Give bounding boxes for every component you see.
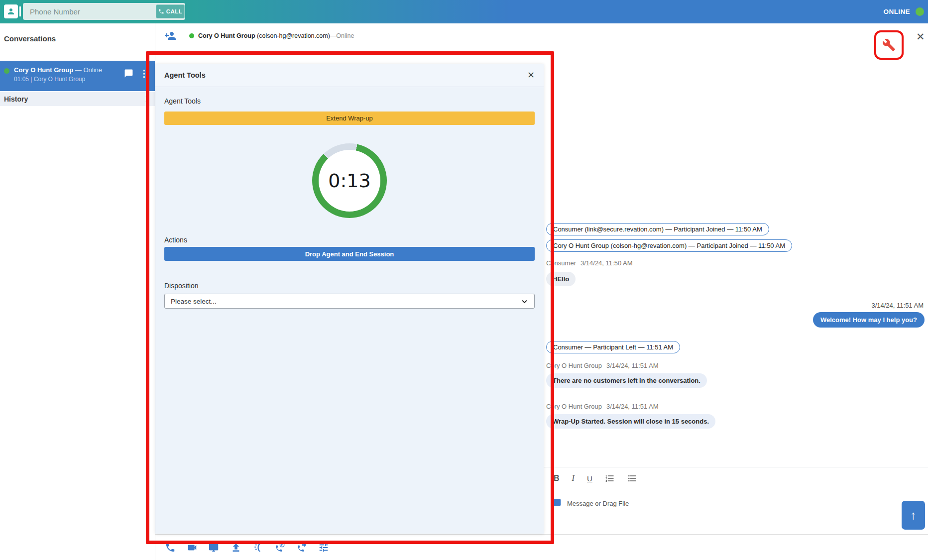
actions-label: Actions — [164, 236, 535, 244]
message-meta: Consumer 3/14/24, 11:50 AM — [546, 259, 633, 267]
svg-text:P: P — [281, 543, 283, 546]
message-bubble-icon — [552, 498, 562, 508]
more-options-icon[interactable]: ⋮ — [139, 69, 149, 78]
call-transfer-icon[interactable] — [296, 542, 308, 554]
close-modal-icon[interactable]: ✕ — [527, 70, 535, 81]
online-status-dot — [916, 7, 924, 16]
file-upload-icon[interactable] — [230, 542, 242, 554]
message-sender: Cory O Hunt Group — [546, 362, 602, 369]
message-meta: Cory O Hunt Group 3/14/24, 11:51 AM — [546, 403, 659, 410]
chat-bubble-icon[interactable] — [124, 69, 133, 78]
chat-header: Cory O Hunt Group (colson-hg@revation.co… — [155, 23, 928, 48]
agent-tools-title: Agent Tools — [164, 71, 206, 79]
history-label: History — [4, 95, 28, 103]
outgoing-timestamp: 3/14/24, 11:51 AM — [871, 302, 924, 309]
conversation-online-dot — [4, 68, 9, 74]
message-time: 3/14/24, 11:51 AM — [606, 362, 659, 369]
person-add-icon[interactable] — [164, 30, 176, 42]
screen-share-icon[interactable] — [208, 542, 220, 554]
disposition-selected-value: Please select... — [171, 298, 217, 305]
conversation-name: Cory O Hunt Group — [14, 66, 73, 74]
message-input-placeholder: Message or Drag File — [567, 500, 629, 507]
agent-tools-modal-header: Agent Tools ✕ — [155, 64, 544, 87]
drop-agent-end-session-button[interactable]: Drop Agent and End Session — [164, 247, 535, 261]
wrapup-countdown-ring: 0:13 — [312, 143, 387, 218]
participant-event-pill: Cory O Hunt Group (colson-hg@revation.co… — [546, 239, 792, 252]
call-park-icon[interactable]: P — [274, 542, 286, 554]
message-sender: Cory O Hunt Group — [546, 403, 602, 410]
presence-status[interactable]: ONLINE — [884, 0, 924, 23]
italic-icon[interactable]: I — [572, 474, 575, 483]
send-arrow-icon: ↑ — [911, 508, 917, 522]
sparkle-call-icon[interactable] — [252, 542, 264, 554]
disposition-label: Disposition — [164, 282, 535, 290]
message-time: 3/14/24, 11:51 AM — [606, 403, 659, 410]
chat-title-status: —Online — [330, 32, 354, 39]
chat-presence-dot — [189, 33, 194, 38]
participant-event-pill: Consumer — Participant Left — 11:51 AM — [546, 341, 680, 353]
outgoing-message-bubble: Welcome! How may I help you? — [813, 312, 925, 328]
conversations-sidebar: Conversations Cory O Hunt Group — Online… — [0, 23, 155, 560]
agent-tools-wrench-icon[interactable] — [882, 38, 896, 52]
system-message-bubble: Wrap-Up Started. Session will close in 1… — [546, 414, 715, 429]
top-bar: CALL ONLINE — [0, 0, 928, 23]
person-icon — [6, 7, 15, 16]
extend-wrapup-button[interactable]: Extend Wrap-up — [164, 112, 535, 125]
call-button-label: CALL — [166, 8, 183, 14]
message-meta: Cory O Hunt Group 3/14/24, 11:51 AM — [546, 362, 659, 369]
bulleted-list-icon[interactable] — [627, 473, 637, 483]
message-input[interactable]: Message or Drag File — [552, 498, 629, 508]
wrapup-countdown-value: 0:13 — [328, 170, 370, 192]
agent-console-app: CALL ONLINE Conversations Cory O Hunt Gr… — [0, 0, 928, 560]
message-list: Consumer (link@secure.revation.com) — Pa… — [546, 223, 925, 429]
conversations-heading: Conversations — [4, 34, 155, 43]
chevron-right-icon — [143, 95, 151, 103]
chevron-down-icon — [521, 298, 528, 305]
history-section[interactable]: History — [0, 92, 155, 106]
system-message-bubble: There are no customers left in the conve… — [546, 373, 707, 388]
call-button[interactable]: CALL — [156, 4, 185, 18]
contact-button[interactable] — [4, 4, 18, 18]
settings-sliders-icon[interactable] — [318, 542, 330, 554]
participant-event-pill: Consumer (link@secure.revation.com) — Pa… — [546, 223, 769, 235]
ordered-list-icon[interactable] — [605, 473, 615, 483]
send-button[interactable]: ↑ — [902, 501, 925, 530]
agent-tools-modal: Agent Tools ✕ Agent Tools Extend Wrap-up… — [155, 64, 544, 534]
close-chat-icon[interactable]: ✕ — [916, 31, 925, 43]
call-controls-toolbar: P — [155, 534, 928, 560]
chat-title: Cory O Hunt Group (colson-hg@revation.co… — [198, 32, 354, 39]
video-call-icon[interactable] — [186, 542, 198, 554]
format-toolbar: B I U — [554, 473, 637, 483]
phone-icon — [158, 8, 164, 14]
message-time: 3/14/24, 11:50 AM — [580, 259, 633, 267]
voice-call-icon[interactable] — [164, 542, 176, 554]
agent-tools-body: Agent Tools Extend Wrap-up 0:13 Actions … — [155, 97, 544, 309]
conversation-status: — Online — [73, 66, 102, 74]
incoming-message-bubble: HEllo — [546, 272, 576, 286]
underline-icon[interactable]: U — [587, 474, 592, 483]
chat-title-email: (colson-hg@revation.com) — [255, 32, 330, 39]
disposition-select[interactable]: Please select... — [164, 294, 535, 309]
caret-divider — [19, 6, 21, 16]
agent-tools-section-label: Agent Tools — [164, 97, 535, 105]
message-sender: Consumer — [546, 259, 576, 267]
conversation-item-cory-o-hunt-group[interactable]: Cory O Hunt Group — Online 01:05 | Cory … — [0, 61, 155, 91]
online-label: ONLINE — [884, 8, 910, 15]
bold-icon[interactable]: B — [554, 474, 560, 483]
chat-title-name: Cory O Hunt Group — [198, 32, 255, 39]
